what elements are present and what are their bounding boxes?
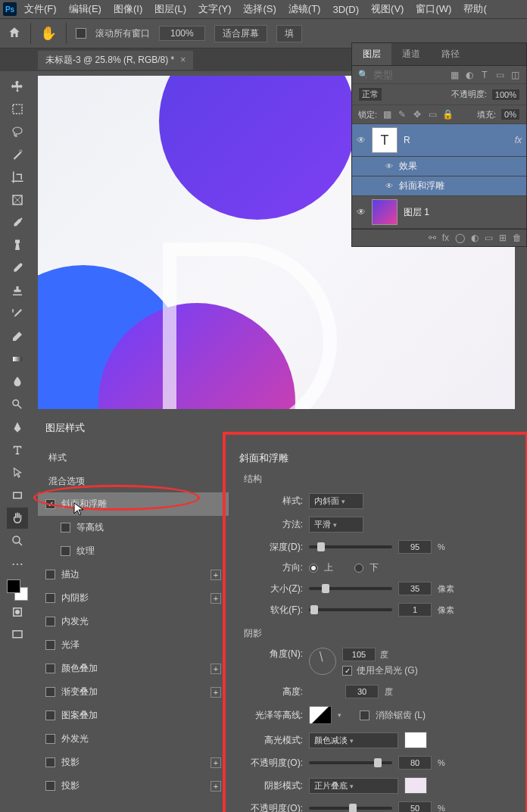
blend-mode-select[interactable]: 正常 (358, 87, 382, 102)
style-row-pattern-overlay[interactable]: 图案叠加 (38, 704, 229, 727)
add-effect-icon[interactable]: + (210, 687, 221, 698)
direction-up-radio[interactable] (309, 564, 318, 573)
stamp-tool-icon[interactable] (7, 280, 28, 301)
style-checkbox[interactable] (45, 710, 55, 720)
style-checkbox[interactable] (45, 664, 55, 673)
menu-type[interactable]: 文字(Y) (194, 1, 235, 17)
highlight-opacity-slider[interactable] (309, 761, 392, 764)
blur-tool-icon[interactable] (7, 371, 28, 392)
mask-icon[interactable]: ◯ (455, 233, 465, 243)
menu-select[interactable]: 选择(S) (239, 1, 280, 17)
add-effect-icon[interactable]: + (210, 570, 221, 580)
tab-layers[interactable]: 图层 (352, 43, 391, 65)
fill-screen-button[interactable]: 填 (276, 25, 302, 42)
scroll-all-checkbox[interactable] (76, 28, 86, 39)
menu-view[interactable]: 视图(V) (366, 1, 408, 17)
zoom-level-field[interactable]: 100% (159, 26, 205, 41)
style-checkbox[interactable] (45, 781, 55, 791)
crop-tool-icon[interactable] (7, 167, 28, 188)
layer-filter-input[interactable] (373, 69, 419, 80)
tab-paths[interactable]: 路径 (431, 43, 470, 65)
tab-channels[interactable]: 通道 (391, 43, 431, 65)
pen-tool-icon[interactable] (7, 417, 28, 438)
size-slider[interactable] (309, 587, 392, 590)
rectangle-tool-icon[interactable] (7, 485, 28, 506)
brush-tool-icon[interactable] (7, 258, 28, 279)
filter-smart-icon[interactable]: ◫ (510, 70, 520, 80)
fx-badge[interactable]: fx (515, 135, 522, 145)
lock-all-icon[interactable]: 🔒 (442, 109, 453, 120)
soften-slider[interactable] (309, 608, 392, 611)
antialias-checkbox[interactable] (360, 710, 370, 720)
menu-layer[interactable]: 图层(L) (150, 1, 191, 17)
link-layers-icon[interactable]: ⚯ (429, 233, 436, 243)
style-row-inner-glow[interactable]: 内发光 (38, 610, 229, 633)
style-checkbox[interactable] (45, 570, 55, 579)
style-checkbox[interactable] (45, 734, 55, 744)
style-checkbox[interactable] (61, 546, 70, 556)
shadow-opacity-slider[interactable] (309, 807, 392, 810)
style-row-bevel[interactable]: 斜面和浮雕 (38, 492, 229, 516)
fill-field[interactable]: 0% (500, 108, 520, 120)
lock-pixels-icon[interactable]: ▩ (382, 109, 392, 120)
close-tab-icon[interactable]: × (180, 55, 186, 65)
eyedropper-tool-icon[interactable] (7, 212, 28, 233)
path-select-tool-icon[interactable] (7, 462, 28, 483)
dodge-tool-icon[interactable] (7, 394, 28, 415)
visibility-icon[interactable]: 👁 (357, 207, 366, 217)
angle-field[interactable]: 105 (342, 648, 376, 661)
altitude-field[interactable]: 30 (345, 685, 379, 698)
lock-artboard-icon[interactable]: ▭ (427, 109, 438, 120)
fx-icon[interactable]: fx (442, 233, 449, 243)
quickmask-icon[interactable] (7, 601, 28, 623)
soften-field[interactable]: 1 (398, 603, 432, 617)
styles-header[interactable]: 样式 (38, 445, 229, 470)
style-checkbox[interactable] (45, 640, 55, 650)
wand-tool-icon[interactable] (7, 144, 28, 165)
history-brush-tool-icon[interactable] (7, 303, 28, 324)
style-checkbox[interactable] (45, 617, 55, 626)
style-row-color-overlay[interactable]: 颜色叠加+ (38, 657, 229, 680)
add-effect-icon[interactable]: + (210, 757, 221, 768)
angle-dial[interactable] (309, 648, 336, 675)
menu-filter[interactable]: 滤镜(T) (284, 1, 326, 17)
style-row-inner-shadow[interactable]: 内阴影+ (38, 586, 229, 610)
highlight-color-swatch[interactable] (404, 732, 427, 748)
style-row-stroke[interactable]: 描边+ (38, 563, 229, 586)
gradient-tool-icon[interactable] (7, 348, 28, 370)
style-row-drop-shadow[interactable]: 投影+ (38, 751, 229, 774)
highlight-opacity-field[interactable]: 80 (398, 756, 432, 770)
adjustment-icon[interactable]: ◐ (471, 233, 479, 243)
screenmode-icon[interactable] (7, 624, 28, 645)
trash-icon[interactable]: 🗑 (513, 233, 522, 243)
hand-tool-icon[interactable] (7, 508, 28, 529)
technique-select[interactable]: 平滑 ▾ (309, 517, 363, 532)
add-effect-icon[interactable]: + (210, 781, 221, 792)
menu-help[interactable]: 帮助( (459, 1, 491, 17)
hand-tool-icon[interactable]: ✋ (40, 25, 57, 42)
visibility-icon[interactable]: 👁 (385, 162, 393, 170)
depth-slider[interactable] (309, 545, 392, 548)
filter-type-icon[interactable]: T (479, 70, 490, 80)
style-checkbox[interactable] (45, 757, 55, 767)
direction-down-radio[interactable] (354, 564, 363, 573)
home-icon[interactable] (8, 26, 21, 42)
visibility-icon[interactable]: 👁 (385, 182, 393, 190)
gloss-contour-swatch[interactable] (309, 706, 332, 724)
healing-tool-icon[interactable] (7, 235, 28, 256)
lock-position-icon[interactable]: ✥ (412, 109, 423, 120)
size-field[interactable]: 35 (398, 582, 432, 595)
global-light-checkbox[interactable] (342, 666, 352, 676)
shadow-opacity-field[interactable]: 50 (398, 801, 432, 812)
highlight-mode-select[interactable]: 颜色减淡 ▾ (309, 732, 398, 748)
depth-field[interactable]: 95 (398, 540, 432, 554)
new-layer-icon[interactable]: ⊞ (499, 233, 507, 243)
document-tab[interactable]: 未标题-3 @ 25.8% (R, RGB/8) * × (38, 51, 193, 70)
style-row-satin[interactable]: 光泽 (38, 633, 229, 657)
menu-window[interactable]: 窗口(W) (411, 1, 456, 17)
menu-image[interactable]: 图像(I) (109, 1, 147, 17)
lasso-tool-icon[interactable] (7, 121, 28, 142)
filter-adjust-icon[interactable]: ◐ (464, 70, 475, 80)
shadow-mode-select[interactable]: 正片叠底 ▾ (309, 778, 398, 794)
move-tool-icon[interactable] (7, 76, 28, 97)
